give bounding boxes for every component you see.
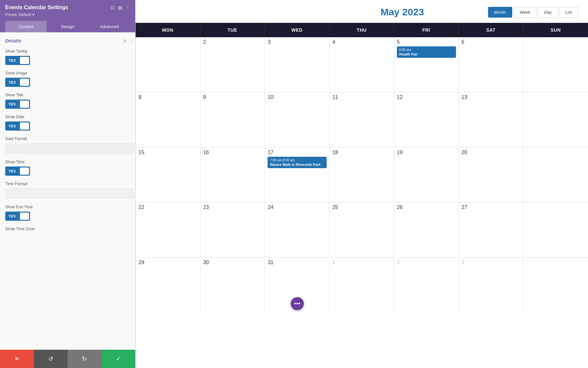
cell-w3-fri[interactable]: 19 <box>394 148 459 202</box>
view-day-button[interactable]: Day <box>538 7 558 18</box>
cell-w2-sun <box>523 92 588 147</box>
date-3: 3 <box>268 39 327 45</box>
field-date-format: Date Format <box>5 136 134 154</box>
label-date-format: Date Format <box>5 136 134 141</box>
toggle-show-time[interactable]: YES <box>5 167 30 176</box>
date-5: 5 <box>397 39 456 45</box>
tab-design[interactable]: Design <box>47 21 88 32</box>
cell-w1-thu[interactable]: 4 <box>330 37 394 92</box>
calendar-panel: May 2023 Month Week Day List MON TUE WED… <box>136 0 588 368</box>
calendar-body: 2 3 4 5 8:00 am Health Fair 6 <box>136 37 588 368</box>
day-header-mon: MON <box>136 23 200 37</box>
date-jun-2: 2 <box>397 260 456 265</box>
cell-w1-sat[interactable]: 6 <box>459 37 524 92</box>
date-jun-1: 1 <box>332 260 391 265</box>
date-18: 18 <box>332 150 391 155</box>
cell-w2-fri[interactable]: 12 <box>394 92 459 147</box>
label-time-format: Time Format <box>5 182 134 186</box>
cell-w4-mon[interactable]: 22 <box>136 202 201 257</box>
cell-w5-wed[interactable]: 31 ••• <box>265 258 330 313</box>
cell-w4-sat[interactable]: 27 <box>459 202 524 257</box>
cell-w5-mon[interactable]: 29 <box>136 258 201 313</box>
fab-more-button[interactable]: ••• <box>291 297 304 310</box>
settings-panel: Events Calendar Settings ⊡ ▤ ⋮ Preset: D… <box>0 0 136 368</box>
cell-w3-wed[interactable]: 17 7:00 am-9:00 am Nature Walk in Rivers… <box>265 148 330 202</box>
cell-w4-tue[interactable]: 23 <box>201 202 265 257</box>
expand-icon[interactable]: ⊡ <box>111 5 115 10</box>
section-more-icon[interactable]: ⋮ <box>129 38 134 44</box>
calendar-header: May 2023 Month Week Day List <box>136 0 588 23</box>
cell-w5-sat[interactable]: 3 <box>459 258 524 313</box>
input-date-format[interactable] <box>5 143 134 154</box>
date-jun-3: 3 <box>462 260 521 265</box>
label-show-end-time: Show End Time <box>5 205 134 209</box>
toggle-show-end-time[interactable]: YES <box>5 212 30 221</box>
redo-button[interactable]: ↻ <box>68 350 102 368</box>
tab-content[interactable]: Content <box>5 21 47 32</box>
toggle-knob-title <box>20 101 29 108</box>
cell-w2-thu[interactable]: 11 <box>330 92 394 147</box>
label-show-date: Show Date <box>5 115 134 119</box>
date-12: 12 <box>397 94 456 100</box>
layout-icon[interactable]: ▤ <box>118 5 122 10</box>
date-6: 6 <box>462 39 521 45</box>
save-button[interactable]: ✓ <box>102 350 136 368</box>
calendar-week-1: 2 3 4 5 8:00 am Health Fair 6 <box>136 37 588 92</box>
cell-w1-wed[interactable]: 3 <box>265 37 330 92</box>
calendar-title: May 2023 <box>317 7 488 18</box>
field-show-title: Show Title YES <box>5 93 134 109</box>
toggle-show-date[interactable]: YES <box>5 121 30 131</box>
preset-label[interactable]: Preset: Default ▾ <box>5 12 34 17</box>
toggle-knob-tooltip <box>20 57 29 64</box>
toggle-show-image[interactable]: YES <box>5 78 30 87</box>
view-month-button[interactable]: Month <box>488 7 512 18</box>
date-13: 13 <box>462 94 521 100</box>
date-27: 27 <box>462 204 521 210</box>
cell-w4-thu[interactable]: 25 <box>330 202 394 257</box>
day-header-sun: SUN <box>523 23 588 37</box>
date-17: 17 <box>268 150 327 155</box>
cell-w5-fri[interactable]: 2 <box>394 258 459 313</box>
cell-w3-sat[interactable]: 20 <box>459 148 524 202</box>
cell-w2-wed[interactable]: 10 <box>265 92 330 147</box>
label-show-image: Show Image <box>5 71 134 75</box>
section-title: Details <box>5 38 21 43</box>
event-nature-walk[interactable]: 7:00 am-9:00 am Nature Walk in Riverside… <box>268 157 327 168</box>
panel-header: Events Calendar Settings ⊡ ▤ ⋮ Preset: D… <box>0 0 135 32</box>
undo-button[interactable]: ↺ <box>34 350 68 368</box>
date-4: 4 <box>332 39 391 45</box>
save-icon: ✓ <box>116 355 121 362</box>
view-week-button[interactable]: Week <box>514 7 537 18</box>
cell-w3-thu[interactable]: 18 <box>330 148 394 202</box>
tab-advanced[interactable]: Advanced <box>89 21 130 32</box>
cell-w3-tue[interactable]: 16 <box>201 148 265 202</box>
toggle-show-tooltip[interactable]: YES <box>5 56 30 65</box>
toggle-show-title[interactable]: YES <box>5 100 30 109</box>
toggle-knob-image <box>20 79 29 86</box>
cell-w5-sun <box>523 258 588 313</box>
cell-w2-tue[interactable]: 9 <box>201 92 265 147</box>
cell-w4-wed[interactable]: 24 <box>265 202 330 257</box>
label-show-tooltip: Show Tooltip <box>5 49 134 54</box>
collapse-icon[interactable]: ∧ <box>123 38 127 44</box>
cell-w5-thu[interactable]: 1 <box>330 258 394 313</box>
view-list-button[interactable]: List <box>559 7 578 18</box>
cell-w2-mon[interactable]: 8 <box>136 92 201 147</box>
toggle-knob-date <box>20 122 29 130</box>
cell-w3-mon[interactable]: 15 <box>136 148 201 202</box>
cancel-button[interactable]: ✕ <box>0 350 34 368</box>
cell-w2-sat[interactable]: 13 <box>459 92 524 147</box>
panel-title: Events Calendar Settings <box>5 5 68 10</box>
cell-w1-fri[interactable]: 5 8:00 am Health Fair <box>394 37 459 92</box>
cell-w5-tue[interactable]: 30 <box>201 258 265 313</box>
fab-dots-icon: ••• <box>294 300 300 307</box>
calendar-week-4: 22 23 24 25 26 27 <box>136 202 588 258</box>
input-time-format[interactable] <box>5 188 134 199</box>
date-2: 2 <box>203 39 262 45</box>
event-health-fair-time: 8:00 am <box>399 48 454 52</box>
event-health-fair[interactable]: 8:00 am Health Fair <box>397 46 456 58</box>
calendar-day-headers: MON TUE WED THU FRI SAT SUN <box>136 23 588 37</box>
cell-w1-tue[interactable]: 2 <box>201 37 265 92</box>
more-icon[interactable]: ⋮ <box>125 5 130 10</box>
cell-w4-fri[interactable]: 26 <box>394 202 459 257</box>
